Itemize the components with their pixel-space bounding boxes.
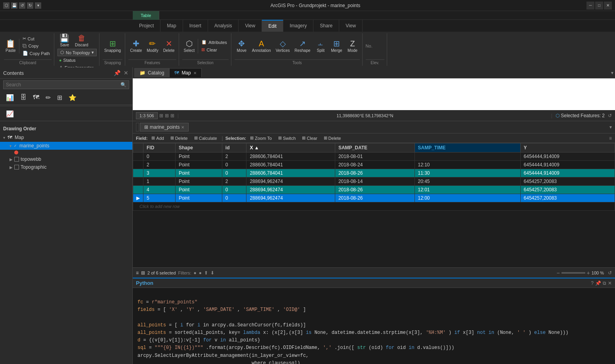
zoom-to-btn[interactable]: ⊞ Zoom To — [248, 135, 274, 141]
layer-item-map[interactable]: ▾ 🗺 Map — [0, 133, 132, 142]
tab-catalog[interactable]: 📁 Catalog — [134, 68, 169, 77]
minimize-btn[interactable]: ─ — [586, 2, 594, 10]
filter-icon2[interactable]: ● — [199, 270, 202, 276]
python-pin-btn[interactable]: 📌 — [595, 280, 601, 286]
map-tool-btn1[interactable]: ⊞ — [159, 113, 163, 118]
context-tab-table-top[interactable]: Table — [133, 11, 159, 20]
delete-feature-button[interactable]: ✕ Delete — [162, 39, 176, 53]
search-bar[interactable]: 🔍 — [3, 80, 129, 89]
topology-dropdown[interactable]: ⬡ No Topology ▾ — [57, 49, 97, 56]
table-menu-icon[interactable]: ≡ — [136, 270, 139, 276]
topographic-checkbox[interactable] — [14, 165, 19, 170]
tab-project[interactable]: Project — [133, 20, 160, 32]
paste-button[interactable]: 📋 Paste — [4, 39, 19, 53]
col-id[interactable]: id — [222, 143, 246, 152]
table-tab-close[interactable]: ✕ — [181, 125, 184, 130]
copy-button[interactable]: ⿻ Copy — [21, 43, 52, 49]
map-tab-close[interactable]: ✕ — [193, 71, 197, 75]
tab-map[interactable]: 🗺 Map ✕ — [169, 68, 201, 77]
python-float-btn[interactable]: ⧉ — [603, 280, 606, 286]
data-table-container[interactable]: FID Shape id X ▲ SAMP_DATE SAMP_TIME Y — [133, 143, 615, 267]
sidebar-close-btn[interactable]: ✕ — [123, 69, 129, 77]
map-tool-btn2[interactable]: ⊞ — [165, 113, 169, 118]
filter-icon1[interactable]: ● — [194, 270, 197, 276]
star-tool-btn[interactable]: ⭐ — [66, 92, 79, 103]
tab-view2[interactable]: View — [339, 20, 363, 32]
move-button[interactable]: ✥ Move — [235, 39, 249, 53]
zoom-plus-btn[interactable]: + — [587, 270, 590, 276]
layer-item-topowebb[interactable]: ▶ topowebb — [0, 155, 132, 163]
mode-button[interactable]: Z Mode — [346, 39, 360, 53]
save-icon[interactable]: 💾 — [11, 2, 17, 9]
clear-selection-button[interactable]: ⊠ Clear — [200, 46, 228, 53]
table-icon2[interactable]: ⊞ — [141, 270, 145, 276]
table-menu-btn[interactable]: ≡ — [609, 135, 612, 141]
discard-button[interactable]: 🗑 Discard — [73, 33, 90, 48]
zoom-minus-btn[interactable]: − — [556, 270, 560, 276]
topowebb-checkbox[interactable] — [14, 157, 19, 162]
redo-icon[interactable]: ↻ — [27, 2, 33, 9]
select-button[interactable]: ⬡ Select — [182, 39, 199, 53]
tab-analysis[interactable]: Analysis — [208, 20, 239, 32]
create-button[interactable]: ✚ Create — [128, 39, 143, 53]
maximize-btn[interactable]: □ — [595, 2, 603, 10]
modify-button[interactable]: ✏ Modify — [145, 39, 160, 53]
field-add-btn[interactable]: ⊞ Add — [149, 135, 166, 141]
close-btn[interactable]: ✕ — [604, 2, 612, 10]
chart-tool-btn[interactable]: 📊 — [3, 92, 17, 103]
cut-button[interactable]: ✂ Cut — [21, 35, 52, 42]
tab-map[interactable]: Map — [160, 20, 183, 32]
undo-icon[interactable]: ↺ — [19, 2, 25, 9]
options-icon[interactable]: ▾ — [35, 2, 41, 9]
table-overflow-btn[interactable]: ▾ — [609, 124, 612, 130]
chart2-tool-btn[interactable]: 📈 — [3, 109, 17, 119]
annotation-button[interactable]: A Annotation — [250, 39, 273, 53]
vertices-button[interactable]: ◇ Vertices — [274, 39, 292, 53]
sidebar-pin-btn[interactable]: 📌 — [113, 69, 121, 77]
marine-checkbox[interactable]: ✓ — [13, 143, 18, 148]
python-close-btn[interactable]: ✕ — [608, 280, 612, 286]
tab-view1[interactable]: View — [239, 20, 262, 32]
layer-item-marine-points[interactable]: ▾ ✓ marine_points — [0, 142, 132, 150]
status-button[interactable]: ● Status — [57, 57, 77, 63]
attributes-button[interactable]: 📋 Attributes — [200, 39, 228, 46]
field-calculate-btn[interactable]: ⊞ Calculate — [192, 135, 220, 141]
layer-tool-btn[interactable]: 🗺 — [30, 92, 42, 103]
map-refresh-btn[interactable]: ↺ — [608, 113, 612, 118]
search-input[interactable] — [4, 81, 118, 89]
col-x[interactable]: X ▲ — [246, 143, 335, 152]
edit-tool-btn[interactable]: ✏ — [43, 92, 53, 103]
layer-item-topographic[interactable]: ▶ Topographic — [0, 163, 132, 171]
switch-btn[interactable]: ⊞ Switch — [276, 135, 298, 141]
split-button[interactable]: ⫠ Split — [313, 39, 328, 53]
map-scale[interactable]: 1:3 506 — [136, 112, 158, 119]
db-tool-btn[interactable]: 🗄 — [17, 92, 29, 103]
copy-path-button[interactable]: 📄 Copy Path — [21, 50, 52, 57]
table-refresh-btn[interactable]: ↺ — [608, 270, 612, 276]
snapping-button[interactable]: ⊞ Snapping — [103, 39, 122, 53]
marine-points-tab[interactable]: ⊞ marine_points ✕ — [140, 123, 189, 131]
search-button[interactable]: 🔍 — [118, 81, 129, 89]
col-y[interactable]: Y — [520, 143, 615, 152]
click-add-cell[interactable]: Click to add new row — [133, 202, 615, 211]
delete-btn[interactable]: ⊞ Delete — [321, 135, 344, 141]
col-samp-date[interactable]: SAMP_DATE — [335, 143, 414, 152]
clear-btn[interactable]: ⊞ Clear — [300, 135, 319, 141]
python-help-btn[interactable]: ? — [591, 280, 594, 286]
col-samp-time[interactable]: SAMP_TIME — [414, 143, 520, 152]
tab-edit[interactable]: Edit — [262, 20, 283, 32]
merge-button[interactable]: ⊞ Merge — [329, 39, 344, 53]
zoom-slider[interactable] — [562, 272, 585, 274]
col-shape[interactable]: Shape — [175, 143, 222, 152]
table-tool-btn[interactable]: ⊞ — [54, 92, 65, 103]
tab-share[interactable]: Share — [313, 20, 339, 32]
filter-icon3[interactable]: ⬆ — [204, 270, 208, 276]
tab-bar-overflow[interactable]: ▾ — [611, 70, 613, 76]
col-fid[interactable]: FID — [143, 143, 176, 152]
field-delete-btn[interactable]: ⊞ Delete — [168, 135, 190, 141]
reshape-button[interactable]: ↗ Reshape — [293, 39, 312, 53]
map-tool-btn3[interactable]: ⊞ — [170, 113, 174, 118]
tab-insert[interactable]: Insert — [183, 20, 208, 32]
save-button[interactable]: 💾 Save — [57, 33, 72, 48]
tab-imagery[interactable]: Imagery — [283, 20, 313, 32]
